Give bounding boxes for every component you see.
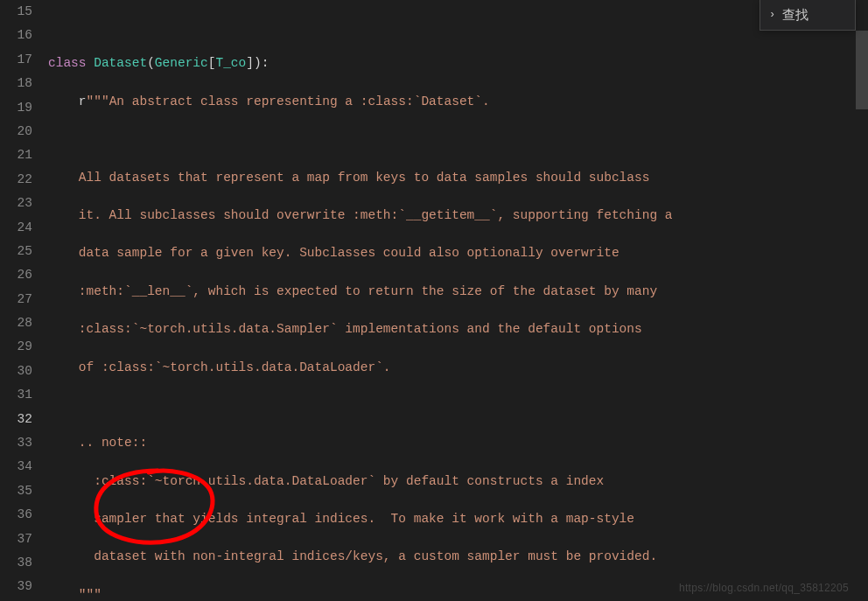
docstring-text: An abstract class representing a :class:… (109, 94, 490, 108)
line-number[interactable]: 30 (0, 360, 32, 383)
line-number[interactable]: 23 (0, 192, 32, 215)
line-number[interactable]: 21 (0, 143, 32, 167)
code-line (48, 394, 868, 417)
line-number[interactable]: 38 (0, 551, 32, 575)
line-number[interactable]: 39 (0, 575, 32, 598)
code-line: :class:`~torch.utils.data.DataLoader` by… (48, 470, 868, 493)
docstring-text: dataset with non-integral indices/keys, … (94, 549, 657, 563)
line-number[interactable]: 18 (0, 72, 32, 95)
line-number[interactable]: 28 (0, 311, 32, 335)
line-number[interactable]: 19 (0, 96, 32, 120)
line-number[interactable]: 17 (0, 48, 32, 72)
docstring-text: sampler that yields integral indices. To… (94, 512, 634, 526)
line-number[interactable]: 27 (0, 288, 32, 311)
code-area[interactable]: class Dataset(Generic[T_co]): r"""An abs… (48, 0, 868, 601)
line-number-gutter[interactable]: 1516171819202122232425262728293031323334… (0, 0, 48, 601)
docstring-quote: """ (87, 94, 109, 108)
code-line: .. note:: (48, 431, 868, 455)
line-number[interactable]: 20 (0, 120, 32, 143)
find-widget[interactable]: › 查找 (760, 0, 856, 31)
line-number[interactable]: 36 (0, 503, 32, 527)
code-line: data sample for a given key. Subclasses … (48, 241, 868, 265)
code-line: dataset with non-integral indices/keys, … (48, 545, 868, 569)
vertical-scrollbar[interactable] (856, 31, 868, 601)
docstring-text: All datasets that represent a map from k… (79, 171, 650, 185)
code-line: All datasets that represent a map from k… (48, 166, 868, 190)
docstring-text: data sample for a given key. Subclasses … (79, 246, 620, 260)
chevron-right-icon[interactable]: › (769, 9, 775, 21)
code-line: :class:`~torch.utils.data.Sampler` imple… (48, 318, 868, 341)
type-generic: Generic (155, 56, 208, 70)
code-editor: 1516171819202122232425262728293031323334… (0, 0, 868, 601)
line-number[interactable]: 34 (0, 455, 32, 479)
docstring-text: :class:`~torch.utils.data.Sampler` imple… (79, 322, 642, 336)
line-number[interactable]: 25 (0, 240, 32, 263)
line-number[interactable]: 35 (0, 479, 32, 503)
find-label: 查找 (782, 7, 808, 24)
code-line: :meth:`__len__`, which is expected to re… (48, 280, 868, 304)
line-number[interactable]: 24 (0, 216, 32, 240)
string-prefix: r (79, 94, 87, 108)
docstring-text: .. note:: (79, 436, 147, 450)
keyword-class: class (48, 56, 87, 70)
line-number[interactable]: 16 (0, 24, 32, 47)
code-line: r"""An abstract class representing a :cl… (48, 90, 868, 114)
code-line (48, 14, 868, 38)
watermark-text: https://blog.csdn.net/qq_35812205 (679, 582, 849, 594)
line-number[interactable]: 37 (0, 528, 32, 551)
type-param: T_co (215, 56, 246, 70)
docstring-text: :class:`~torch.utils.data.DataLoader` by… (94, 474, 604, 488)
line-number[interactable]: 33 (0, 431, 32, 455)
docstring-text: it. All subclasses should overwrite :met… (79, 208, 673, 222)
docstring-quote: """ (79, 588, 102, 601)
docstring-text: of :class:`~torch.utils.data.DataLoader`… (79, 360, 391, 374)
docstring-text: :meth:`__len__`, which is expected to re… (79, 284, 657, 298)
line-number[interactable]: 29 (0, 335, 32, 359)
line-number[interactable]: 32 (0, 408, 32, 431)
code-line (48, 128, 868, 151)
line-number[interactable]: 15 (0, 0, 32, 24)
code-line: it. All subclasses should overwrite :met… (48, 204, 868, 227)
code-line: class Dataset(Generic[T_co]): (48, 52, 868, 75)
line-number[interactable]: 31 (0, 383, 32, 407)
scrollbar-thumb[interactable] (856, 31, 868, 109)
class-name: Dataset (94, 56, 147, 70)
line-number[interactable]: 22 (0, 168, 32, 192)
code-line: sampler that yields integral indices. To… (48, 507, 868, 531)
code-line: of :class:`~torch.utils.data.DataLoader`… (48, 356, 868, 380)
line-number[interactable]: 26 (0, 263, 32, 287)
